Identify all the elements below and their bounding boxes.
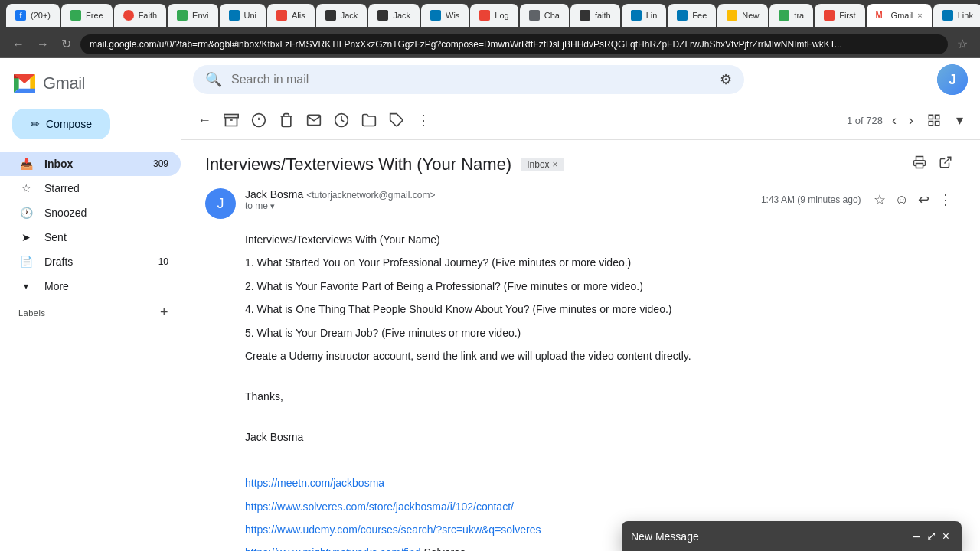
tab-tra[interactable]: tra bbox=[769, 4, 813, 27]
tab-label-free: Free bbox=[86, 11, 103, 20]
starred-icon: ☆ bbox=[18, 182, 34, 194]
sidebar-item-starred[interactable]: ☆ Starred bbox=[0, 176, 181, 201]
sender-to[interactable]: to me ▾ bbox=[245, 201, 752, 211]
sidebar-item-drafts[interactable]: 📄 Drafts 10 bbox=[0, 249, 181, 274]
user-avatar: J bbox=[937, 64, 968, 95]
back-to-inbox-button[interactable]: ← bbox=[193, 108, 216, 133]
sidebar-label-starred: Starred bbox=[44, 182, 80, 194]
tab-label-uni: Uni bbox=[244, 11, 257, 20]
link-meetn[interactable]: https://meetn.com/jackbosma bbox=[245, 477, 384, 489]
tab-gmail[interactable]: M Gmail × bbox=[867, 4, 932, 27]
bookmark-button[interactable]: ☆ bbox=[954, 35, 971, 53]
reload-button[interactable]: ↻ bbox=[58, 35, 74, 53]
archive-icon bbox=[224, 112, 239, 128]
archive-button[interactable] bbox=[219, 108, 243, 132]
label-button[interactable] bbox=[384, 108, 409, 132]
tab-alis[interactable]: Alis bbox=[267, 4, 315, 27]
email-toolbar: ← ⋮ 1 of 728 bbox=[181, 101, 980, 140]
body-q1: 1. What Started You on Your Professional… bbox=[245, 254, 956, 271]
emoji-react-button[interactable]: ☺ bbox=[892, 188, 912, 211]
more-email-actions-button[interactable]: ⋮ bbox=[936, 188, 956, 211]
next-email-button[interactable]: › bbox=[906, 109, 916, 132]
labels-add-button[interactable]: + bbox=[160, 305, 168, 321]
inbox-badge-count: 309 bbox=[153, 158, 168, 169]
compose-header[interactable]: New Message – ⤢ × bbox=[622, 521, 962, 551]
email-timestamp: 1:43 AM (9 minutes ago) bbox=[761, 194, 861, 205]
tab-close-gmail[interactable]: × bbox=[917, 11, 922, 20]
more-actions-button[interactable]: ⋮ bbox=[412, 107, 435, 133]
prev-email-button[interactable]: ‹ bbox=[889, 109, 900, 132]
sender-timestamp: 1:43 AM (9 minutes ago) ☆ ☺ ↩ ⋮ bbox=[761, 188, 956, 211]
sidebar-item-inbox[interactable]: 📥 Inbox 309 bbox=[0, 152, 181, 176]
labels-section[interactable]: Labels + bbox=[0, 298, 181, 324]
reply-button[interactable]: ↩ bbox=[915, 188, 933, 211]
compose-fullscreen-button[interactable]: ⤢ bbox=[923, 527, 939, 545]
tab-faith[interactable]: Faith bbox=[114, 4, 166, 27]
tab-jack1[interactable]: Jack bbox=[316, 4, 368, 27]
forward-button[interactable]: → bbox=[34, 36, 52, 53]
svg-rect-11 bbox=[916, 164, 923, 168]
user-avatar-container[interactable]: J Jack Bosma bbox=[937, 64, 968, 95]
sender-email-address: <tutorjacknetwork@gmail.com> bbox=[306, 190, 435, 201]
sender-name: Jack Bosma bbox=[245, 188, 303, 201]
sidebar: Gmail ✏ Compose 📥 Inbox 309 ☆ Starred 🕐 … bbox=[0, 58, 181, 551]
sent-icon: ➤ bbox=[18, 231, 34, 243]
body-udemy: Thanks, bbox=[245, 388, 956, 405]
back-button[interactable]: ← bbox=[9, 36, 28, 53]
star-email-button[interactable]: ☆ bbox=[871, 188, 889, 211]
snooze-button[interactable] bbox=[329, 108, 354, 132]
sidebar-item-snoozed[interactable]: 🕐 Snoozed bbox=[0, 201, 181, 225]
email-main-panel: 🔍 ⚙ J Jack Bosma ← bbox=[181, 58, 980, 551]
tab-first[interactable]: First bbox=[815, 4, 864, 27]
search-input[interactable] bbox=[231, 73, 710, 86]
view-toggle-button[interactable] bbox=[923, 109, 946, 132]
link-udemy[interactable]: https://www.udemy.com/courses/search/?sr… bbox=[245, 523, 541, 536]
link-solveres[interactable]: https://www.solveres.com/store/jackbosma… bbox=[245, 500, 514, 513]
mark-unread-button[interactable] bbox=[302, 108, 326, 132]
inbox-badge-remove[interactable]: × bbox=[553, 159, 558, 170]
tab-jack2[interactable]: Jack bbox=[368, 4, 420, 27]
tab-cha[interactable]: Cha bbox=[520, 4, 569, 27]
inbox-icon: 📥 bbox=[18, 158, 34, 170]
tab-label-jack1: Jack bbox=[341, 11, 358, 20]
view-expand-button[interactable]: ▾ bbox=[952, 107, 968, 133]
mark-unread-icon bbox=[306, 112, 322, 128]
tab-envi[interactable]: Envi bbox=[168, 4, 217, 27]
delete-button[interactable] bbox=[274, 108, 299, 132]
gmail-logo[interactable]: Gmail bbox=[0, 64, 181, 103]
tab-facebook[interactable]: f (20+) bbox=[6, 4, 60, 27]
move-to-button[interactable] bbox=[357, 108, 381, 132]
tab-label-tra: tra bbox=[794, 11, 804, 20]
tab-label-facebook: (20+) bbox=[31, 11, 51, 20]
tab-free[interactable]: Free bbox=[61, 4, 113, 27]
sidebar-item-sent[interactable]: ➤ Sent bbox=[0, 225, 181, 249]
tab-faith2[interactable]: faith bbox=[570, 4, 620, 27]
tab-lin[interactable]: Lin bbox=[622, 4, 667, 27]
link-mightynetworks[interactable]: https://www.mightynetworks.com/find bbox=[245, 546, 421, 551]
svg-rect-8 bbox=[936, 115, 939, 119]
tab-log[interactable]: Log bbox=[470, 4, 518, 27]
tab-new[interactable]: New bbox=[717, 4, 768, 27]
tab-uni[interactable]: Uni bbox=[220, 4, 266, 27]
sender-name-line: Jack Bosma <tutorjacknetwork@gmail.com> bbox=[245, 188, 752, 201]
tab-wis[interactable]: Wis bbox=[421, 4, 469, 27]
address-input[interactable] bbox=[80, 34, 948, 54]
compose-minimize-button[interactable]: – bbox=[910, 528, 923, 545]
search-container[interactable]: 🔍 ⚙ bbox=[193, 65, 744, 94]
gmail-app: Gmail ✏ Compose 📥 Inbox 309 ☆ Starred 🕐 … bbox=[0, 58, 980, 551]
compose-close-button[interactable]: × bbox=[939, 528, 952, 545]
compose-button[interactable]: ✏ Compose bbox=[12, 109, 110, 139]
tab-link[interactable]: Link bbox=[933, 4, 980, 27]
tab-label-cha: Cha bbox=[544, 11, 560, 20]
sidebar-item-more[interactable]: ▾ More bbox=[0, 274, 181, 298]
open-new-window-button[interactable] bbox=[936, 152, 956, 176]
email-count: 1 of 728 ‹ › ▾ bbox=[847, 107, 968, 133]
labels-title: Labels bbox=[18, 308, 45, 318]
inbox-label-badge: Inbox × bbox=[521, 158, 564, 171]
sidebar-label-drafts: Drafts bbox=[44, 256, 73, 268]
print-button[interactable] bbox=[910, 152, 929, 176]
tab-label-envi: Envi bbox=[192, 11, 208, 20]
report-spam-button[interactable] bbox=[247, 108, 271, 132]
tab-fee[interactable]: Fee bbox=[668, 4, 716, 27]
search-filter-icon[interactable]: ⚙ bbox=[720, 71, 732, 88]
